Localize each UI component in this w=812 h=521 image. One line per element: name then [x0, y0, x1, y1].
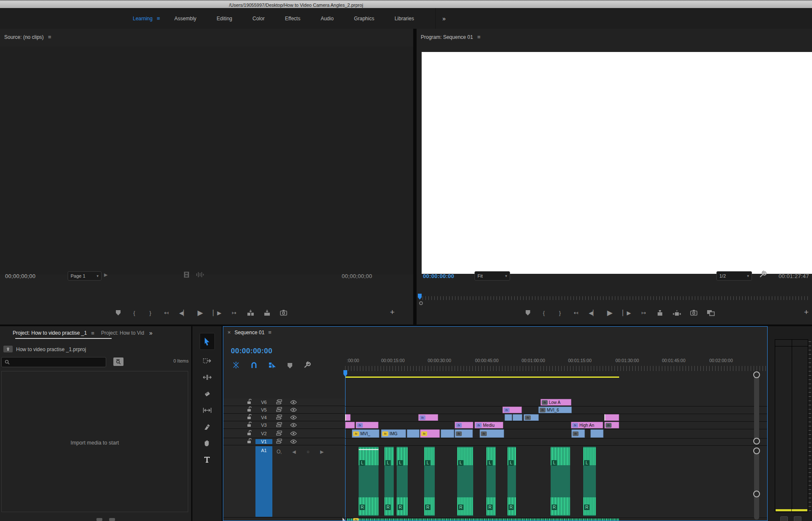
program-scrubber-ticks[interactable] [422, 296, 809, 300]
timeline-clip[interactable] [604, 414, 619, 421]
track-target-v4[interactable]: V4 [255, 415, 272, 420]
track-output-eye-icon[interactable] [290, 414, 297, 421]
fx-badge[interactable]: fx [353, 431, 359, 436]
fx-badge[interactable]: fx [540, 408, 546, 412]
comparison-view-icon[interactable] [707, 310, 715, 316]
goto-in-icon[interactable]: ↤ [573, 310, 579, 316]
track-output-eye-icon[interactable] [290, 421, 297, 429]
track-lock-icon[interactable] [247, 421, 252, 429]
audio-clip[interactable]: LR [583, 447, 596, 516]
razor-tool[interactable] [200, 388, 214, 399]
track-lock-icon[interactable] [247, 430, 252, 437]
keyframe-type-icon[interactable]: O‚ [277, 449, 282, 455]
fx-badge[interactable]: fx [476, 423, 482, 428]
project-breadcrumb[interactable]: How to video practise _1.prproj [16, 346, 86, 352]
extract-icon[interactable] [673, 310, 681, 316]
track-header-v5[interactable]: V5 [223, 406, 345, 414]
fx-badge[interactable]: fx [357, 423, 363, 428]
workspace-tab-assembly[interactable]: Assembly [174, 16, 196, 22]
fx-badge[interactable]: fx [456, 431, 462, 436]
workspace-tab-graphics[interactable]: Graphics [354, 16, 374, 22]
project-tab-active[interactable]: Project: How to video practise _1 [13, 330, 87, 336]
project-tabs-overflow-icon[interactable]: » [149, 330, 152, 336]
sync-lock-icon[interactable] [276, 414, 282, 421]
pen-tool[interactable] [200, 421, 214, 432]
audio-clip[interactable]: LR [424, 447, 435, 516]
track-output-eye-icon[interactable] [290, 430, 297, 437]
track-lock-icon[interactable] [247, 438, 252, 445]
timeline-clip[interactable]: fx [571, 429, 585, 438]
program-panel-menu-icon[interactable]: ≡ [477, 34, 480, 40]
export-frame-icon[interactable] [280, 310, 287, 316]
mark-out-icon[interactable]: } [147, 310, 154, 316]
track-lock-icon[interactable] [247, 398, 252, 406]
project-footer-icon[interactable] [109, 518, 115, 521]
fx-badge[interactable]: fx [421, 431, 427, 436]
audio-clip[interactable]: LR [508, 447, 516, 516]
timeline-clip[interactable]: fx [418, 414, 438, 421]
play-icon[interactable]: ▶ [197, 308, 204, 317]
workspace-overflow-button[interactable]: » [442, 15, 445, 22]
workspace-tab-learning[interactable]: Learning [133, 16, 153, 22]
track-select-forward-tool[interactable] [200, 355, 214, 366]
goto-out-icon[interactable]: ↦ [231, 310, 238, 316]
audio-clip[interactable]: LR [457, 447, 473, 516]
mark-out-icon[interactable]: } [557, 310, 563, 316]
timeline-clip-img[interactable]: fxIMG [381, 429, 406, 438]
track-target-v5[interactable]: V5 [255, 407, 272, 412]
program-button-editor-plus-icon[interactable]: + [804, 308, 809, 317]
track-header-v2[interactable]: V2 [223, 429, 345, 438]
audio-clip[interactable]: LR [397, 447, 408, 516]
track-header-v6[interactable]: V6 [223, 398, 345, 406]
source-page-play-icon[interactable]: ▶ [104, 272, 107, 278]
track-header-v4[interactable]: V4 [223, 414, 345, 421]
fx-badge[interactable]: fx [573, 431, 579, 436]
fx-badge[interactable]: fx [481, 431, 487, 436]
export-frame-icon[interactable] [690, 310, 697, 316]
timeline-clip[interactable] [590, 429, 604, 438]
timeline-clip-mediu[interactable]: fxMediu [475, 422, 503, 428]
timeline-clip-mvi-[interactable]: fxMVI_ [352, 429, 379, 438]
source-panel-menu-icon[interactable]: ≡ [48, 34, 51, 40]
timeline-clip[interactable] [513, 414, 522, 421]
step-forward-icon[interactable]: ▏▶ [623, 310, 631, 316]
scrollbar-handle[interactable] [753, 438, 760, 445]
program-zoom-select[interactable]: Fit ▾ [475, 271, 510, 281]
workspace-menu-icon[interactable]: ≡ [157, 15, 160, 22]
timeline-clip[interactable] [407, 429, 420, 438]
mark-in-icon[interactable]: { [131, 310, 138, 316]
track-header-v1[interactable]: V1 [223, 438, 345, 445]
timeline-clip[interactable]: fx [502, 406, 522, 413]
timeline-clip[interactable]: fx [480, 429, 504, 438]
audio-clip[interactable]: LR [551, 447, 570, 516]
track-target-v2[interactable]: V2 [255, 431, 272, 436]
fx-badge[interactable]: fx [572, 423, 578, 428]
timeline-clip-high-an[interactable]: fxHigh An [571, 422, 603, 428]
track-target-v3[interactable]: V3 [255, 423, 272, 428]
workspace-tab-color[interactable]: Color [252, 16, 265, 22]
track-output-eye-icon[interactable] [290, 406, 297, 414]
sync-lock-icon[interactable] [276, 438, 282, 445]
timeline-clip[interactable]: fx [455, 422, 473, 428]
sync-lock-icon[interactable] [276, 406, 282, 414]
workspace-tab-libraries[interactable]: Libraries [395, 16, 414, 22]
track-target-a1[interactable]: A1 [255, 446, 272, 517]
selection-tool[interactable] [200, 333, 215, 350]
audio-clip[interactable]: LR [384, 447, 394, 516]
next-keyframe-icon[interactable]: ▶ [320, 449, 324, 455]
play-icon[interactable]: ▶ [606, 308, 613, 317]
hand-tool[interactable] [200, 438, 214, 449]
add-marker-icon[interactable] [115, 310, 122, 316]
track-header-a1[interactable]: A1O‚◀○▶ [223, 445, 345, 518]
program-settings-wrench-icon[interactable] [759, 270, 767, 280]
timeline-clip[interactable] [345, 422, 355, 428]
overwrite-icon[interactable] [263, 310, 271, 316]
goto-in-icon[interactable]: ↤ [163, 310, 170, 316]
workspace-tab-effects[interactable]: Effects [285, 16, 300, 22]
track-output-eye-icon[interactable] [290, 398, 297, 406]
source-page-select[interactable]: Page 1 ▾ [68, 271, 102, 281]
meter-footer-button[interactable] [780, 516, 788, 521]
timeline-clip[interactable]: fx [524, 414, 539, 421]
step-back-icon[interactable]: ◀▏ [589, 310, 597, 316]
video-tracks-scrollbar[interactable] [754, 375, 759, 441]
